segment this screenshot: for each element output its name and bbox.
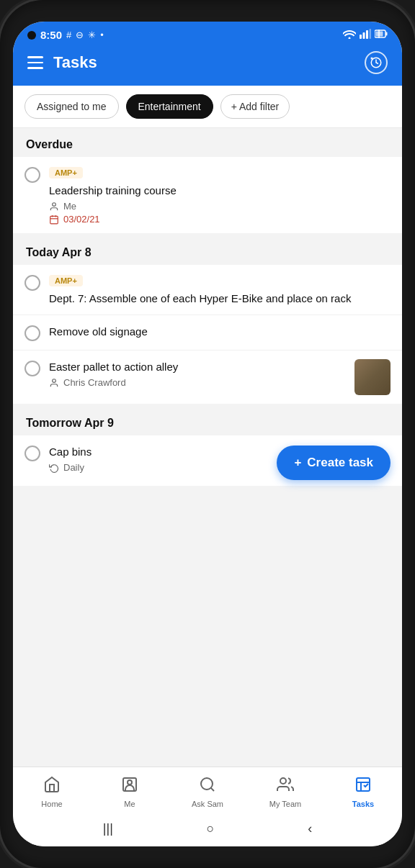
task-assignee-row: Me	[49, 201, 391, 212]
snowflake-icon: ✳	[88, 30, 96, 40]
content-area: Overdue AMP+ Leadership training course	[13, 128, 402, 767]
task-item: Easter pallet to action alley Chris Craw…	[13, 351, 402, 404]
task-group-tomorrow: Cap bins Daily + Create task	[13, 435, 402, 486]
status-left: 8:50 # ⊖ ✳ •	[27, 29, 104, 41]
task-checkbox[interactable]	[24, 361, 40, 376]
svg-rect-2	[366, 30, 368, 39]
nav-ask-sam[interactable]: Ask Sam	[169, 773, 246, 811]
status-time: 8:50	[40, 29, 62, 41]
task-item: Cap bins Daily + Create task	[13, 435, 402, 486]
section-tomorrow-header: Tomorrow Apr 9	[13, 407, 402, 435]
home-button[interactable]: ○	[207, 821, 215, 836]
app-header: Tasks	[13, 45, 402, 86]
task-assignee: Me	[63, 201, 76, 212]
search-icon	[199, 776, 216, 797]
person-icon	[49, 202, 59, 212]
svg-rect-5	[386, 32, 388, 36]
task-title: Dept. 7: Assemble one of each Hyper E-Bi…	[49, 291, 391, 306]
svg-point-9	[53, 202, 56, 206]
task-meta: Me 03/02/21	[49, 201, 391, 225]
task-checkbox[interactable]	[24, 167, 40, 183]
section-overdue-header: Overdue	[13, 128, 402, 157]
signal-icon	[360, 29, 371, 41]
svg-point-19	[280, 778, 286, 784]
nav-home[interactable]: Home	[13, 773, 91, 811]
svg-point-16	[128, 780, 132, 785]
task-meta: Chris Crawford	[49, 377, 354, 388]
page-title: Tasks	[53, 53, 97, 72]
home-icon	[43, 776, 61, 797]
task-title: Easter pallet to action alley	[49, 359, 354, 374]
amp-badge: AMP+	[49, 167, 83, 178]
thumbnail-image	[354, 359, 391, 395]
wifi-icon	[343, 29, 356, 41]
svg-point-14	[53, 379, 56, 382]
nav-ask-sam-label: Ask Sam	[192, 800, 223, 808]
menu-button[interactable]	[27, 56, 43, 69]
battery-icon	[375, 29, 388, 41]
minus-circle-icon: ⊖	[76, 30, 84, 40]
task-content: Easter pallet to action alley Chris Craw…	[49, 359, 354, 388]
task-group-overdue: AMP+ Leadership training course Me	[13, 157, 402, 233]
status-icons	[343, 29, 388, 41]
header-left: Tasks	[27, 53, 97, 72]
svg-rect-3	[370, 29, 372, 39]
hashtag-icon: #	[66, 30, 71, 40]
history-button[interactable]	[365, 51, 388, 74]
task-recurring: Daily	[63, 462, 84, 473]
amp-badge: AMP+	[49, 275, 83, 286]
calendar-icon	[49, 214, 59, 225]
task-checkbox[interactable]	[24, 325, 40, 341]
task-item: AMP+ Leadership training course Me	[13, 157, 402, 233]
task-thumbnail	[354, 359, 391, 395]
task-checkbox[interactable]	[24, 446, 40, 461]
nav-my-team[interactable]: My Team	[246, 773, 324, 811]
add-filter-button[interactable]: + Add filter	[220, 94, 290, 119]
nav-tasks[interactable]: Tasks	[324, 773, 402, 811]
task-item: Remove old signage	[13, 315, 402, 351]
bottom-nav: Home Me Ask	[13, 767, 402, 814]
task-date: 03/02/21	[63, 214, 100, 225]
task-content: AMP+ Dept. 7: Assemble one of each Hyper…	[49, 273, 391, 306]
filter-bar: Assigned to me Entertainment + Add filte…	[13, 86, 402, 128]
svg-rect-10	[50, 216, 58, 224]
back-button[interactable]: ‹	[308, 821, 312, 836]
phone-screen: 8:50 # ⊖ ✳ •	[13, 22, 402, 846]
task-item: AMP+ Dept. 7: Assemble one of each Hyper…	[13, 265, 402, 315]
nav-home-label: Home	[41, 800, 62, 808]
svg-line-18	[211, 788, 214, 791]
person-icon	[49, 378, 59, 388]
recent-apps-button[interactable]: |||	[103, 821, 113, 836]
task-date-row: 03/02/21	[49, 214, 391, 225]
svg-rect-1	[363, 32, 365, 39]
status-bar: 8:50 # ⊖ ✳ •	[13, 22, 402, 45]
section-today-header: Today Apr 8	[13, 236, 402, 265]
nav-tasks-label: Tasks	[352, 800, 374, 808]
dot-icon: •	[100, 30, 104, 40]
system-nav: ||| ○ ‹	[13, 814, 402, 846]
filter-entertainment[interactable]: Entertainment	[126, 94, 213, 119]
camera-dot	[27, 31, 36, 40]
filter-assigned-to-me[interactable]: Assigned to me	[24, 94, 119, 119]
create-task-icon: +	[294, 456, 301, 470]
team-icon	[277, 776, 294, 797]
task-title: Remove old signage	[49, 324, 391, 339]
task-assignee: Chris Crawford	[63, 377, 126, 388]
create-task-button[interactable]: + Create task	[277, 446, 391, 480]
nav-my-team-label: My Team	[269, 800, 301, 808]
task-group-today: AMP+ Dept. 7: Assemble one of each Hyper…	[13, 265, 402, 404]
me-icon	[121, 776, 138, 797]
task-content: Remove old signage	[49, 324, 391, 339]
task-checkbox[interactable]	[24, 275, 40, 291]
nav-me[interactable]: Me	[91, 773, 169, 811]
task-title: Leadership training course	[49, 183, 391, 198]
task-content: AMP+ Leadership training course Me	[49, 166, 391, 225]
create-task-label: Create task	[307, 456, 373, 470]
recurring-icon	[49, 463, 59, 473]
tasks-icon	[354, 776, 372, 797]
phone-frame: 8:50 # ⊖ ✳ •	[0, 0, 415, 868]
svg-rect-0	[360, 35, 362, 39]
svg-point-17	[201, 778, 213, 790]
nav-me-label: Me	[124, 800, 135, 808]
